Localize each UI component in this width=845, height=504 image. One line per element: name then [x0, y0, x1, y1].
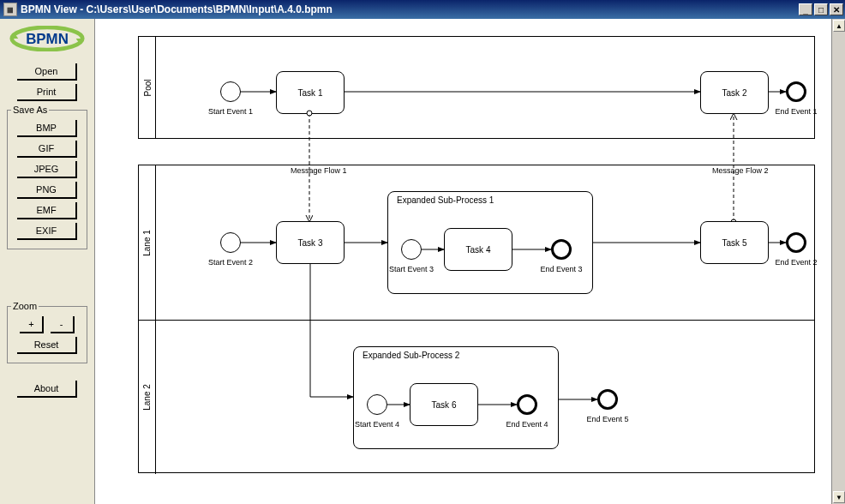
task-1[interactable]: Task 1 [276, 71, 345, 114]
save-emf-button[interactable]: EMF [17, 202, 77, 219]
sub-process-1-label: Expanded Sub-Process 1 [397, 195, 494, 205]
zoom-group: Zoom + - Reset [7, 301, 87, 363]
lane-1: Lane 1 Start Event 2 Task 3 Expanded Sub… [139, 165, 814, 320]
zoom-in-button[interactable]: + [20, 316, 44, 333]
end-event-5[interactable] [597, 389, 618, 410]
sub-process-2-label: Expanded Sub-Process 2 [363, 351, 459, 360]
save-exif-button[interactable]: EXIF [17, 223, 77, 240]
diagram-canvas[interactable]: Pool Start Event 1 Task 1 Task 2 End Eve… [95, 19, 831, 504]
start-event-3-label: Start Event 3 [381, 265, 441, 273]
scroll-down-button[interactable]: ▼ [833, 491, 845, 503]
titlebar: ▦ BPMN View - C:\Users\User\Documents\BP… [0, 0, 845, 19]
bpmn-logo: BPMN [7, 26, 87, 51]
end-event-3-label: End Event 3 [531, 265, 591, 273]
sub-process-2[interactable]: Expanded Sub-Process 2 Start Event 4 Tas… [353, 346, 559, 449]
save-png-button[interactable]: PNG [17, 182, 77, 199]
end-event-2[interactable] [786, 232, 806, 253]
window-title: BPMN View - C:\Users\User\Documents\BPMN… [21, 3, 797, 15]
task-3[interactable]: Task 3 [276, 221, 345, 264]
end-event-4-label: End Event 4 [497, 420, 557, 429]
vertical-scrollbar[interactable]: ▲ ▼ [831, 19, 845, 504]
about-button[interactable]: About [17, 381, 77, 398]
sub-process-1[interactable]: Expanded Sub-Process 1 Start Event 3 Tas… [387, 191, 593, 294]
pool-1-label: Pool [139, 37, 156, 138]
task-4[interactable]: Task 4 [444, 228, 512, 271]
pool-2: Lane 1 Start Event 2 Task 3 Expanded Sub… [138, 165, 815, 473]
save-bmp-button[interactable]: BMP [17, 120, 77, 137]
save-as-legend: Save As [11, 105, 49, 115]
print-button[interactable]: Print [17, 84, 77, 101]
app-icon: ▦ [3, 3, 17, 16]
zoom-legend: Zoom [11, 301, 39, 311]
open-button[interactable]: Open [17, 63, 77, 81]
svg-text:BPMN: BPMN [26, 31, 69, 47]
start-event-1-label: Start Event 1 [201, 107, 261, 116]
end-event-1-label: End Event 1 [766, 107, 826, 116]
zoom-out-button[interactable]: - [51, 316, 75, 333]
pool-1: Pool Start Event 1 Task 1 Task 2 End Eve… [138, 36, 815, 139]
client-area: BPMN Open Print Save As BMP GIF JPEG PNG… [0, 19, 845, 504]
minimize-button[interactable]: _ [799, 3, 812, 15]
task-2[interactable]: Task 2 [700, 71, 769, 114]
task-5[interactable]: Task 5 [700, 221, 769, 264]
start-event-2-label: Start Event 2 [201, 258, 261, 267]
start-event-3[interactable] [401, 239, 422, 260]
sidebar: BPMN Open Print Save As BMP GIF JPEG PNG… [0, 19, 94, 504]
save-jpeg-button[interactable]: JPEG [17, 161, 77, 178]
end-event-3[interactable] [551, 239, 572, 260]
scroll-up-button[interactable]: ▲ [833, 20, 845, 32]
task-6[interactable]: Task 6 [410, 383, 478, 426]
start-event-4-label: Start Event 4 [347, 420, 407, 429]
maximize-button[interactable]: □ [814, 3, 828, 15]
save-gif-button[interactable]: GIF [17, 141, 77, 158]
zoom-reset-button[interactable]: Reset [17, 337, 77, 354]
save-as-group: Save As BMP GIF JPEG PNG EMF EXIF [7, 105, 87, 249]
start-event-1[interactable] [220, 81, 241, 102]
close-button[interactable]: ✕ [830, 3, 843, 15]
start-event-2[interactable] [220, 232, 241, 253]
end-event-5-label: End Event 5 [578, 415, 638, 423]
end-event-2-label: End Event 2 [766, 258, 826, 267]
lane-1-label: Lane 1 [139, 165, 156, 320]
lane-2-label: Lane 2 [139, 321, 156, 474]
end-event-1[interactable] [786, 81, 806, 102]
end-event-4[interactable] [517, 394, 537, 415]
canvas-wrap: Pool Start Event 1 Task 1 Task 2 End Eve… [94, 19, 845, 504]
lane-2: Lane 2 Expanded Sub-Process 2 Start Even… [139, 320, 814, 474]
start-event-4[interactable] [367, 394, 387, 415]
